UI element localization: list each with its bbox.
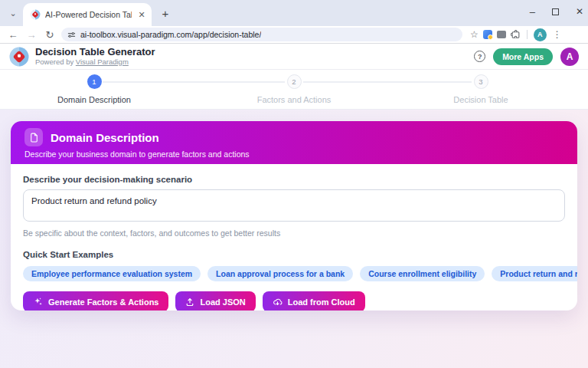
step-factors-and-actions[interactable]: 2 Factors and Actions [233, 74, 355, 104]
scenario-input[interactable]: Product return and refund policy [23, 189, 565, 222]
stepper: 1 Domain Description 2 Factors and Actio… [0, 70, 588, 110]
step-number: 3 [474, 74, 488, 89]
step-domain-description[interactable]: 1 Domain Description [33, 74, 155, 104]
bookmark-star-icon[interactable]: ☆ [470, 29, 479, 40]
example-pills: Employee performance evaluation system L… [23, 266, 565, 281]
card-subtitle: Describe your business domain to generat… [24, 150, 564, 159]
upload-icon [185, 297, 194, 307]
browser-profile-avatar[interactable]: A [534, 28, 547, 41]
cloud-download-icon [273, 297, 283, 307]
address-bar[interactable]: ai-toolbox.visual-paradigm.com/app/decis… [61, 28, 462, 41]
browser-tab[interactable]: AI-Powered Decision Table Buil ✕ [23, 3, 152, 26]
scenario-label: Describe your decision-making scenario [23, 175, 565, 184]
load-json-label: Load JSON [200, 297, 245, 307]
step-label: Decision Table [453, 95, 508, 104]
back-icon[interactable]: ← [6, 29, 20, 41]
step-number: 1 [87, 74, 102, 89]
generate-factors-actions-button[interactable]: Generate Factors & Actions [23, 291, 168, 310]
toolbar-divider [527, 30, 528, 39]
tab-strip: ⌄ AI-Powered Decision Table Buil ✕ + – ✕ [0, 0, 588, 26]
sparkles-icon [33, 297, 43, 307]
load-json-button[interactable]: Load JSON [175, 291, 255, 310]
quick-start-label: Quick Start Examples [23, 250, 565, 259]
help-icon[interactable]: ? [474, 51, 485, 62]
new-tab-button[interactable]: + [156, 5, 175, 23]
document-icon [24, 128, 43, 146]
forward-icon[interactable]: → [24, 29, 38, 41]
window-minimize-icon[interactable]: – [530, 6, 535, 18]
window-maximize-icon[interactable] [552, 8, 559, 15]
browser-toolbar: ← → ↻ ai-toolbox.visual-paradigm.com/app… [0, 26, 588, 44]
visual-paradigm-logo-icon [9, 47, 29, 67]
extension-translate-icon[interactable] [483, 30, 492, 39]
main-content: Domain Description Describe your busines… [0, 110, 588, 368]
browser-menu-icon[interactable]: ⋮ [553, 29, 562, 40]
app-header: Decision Table Generator Powered by Visu… [0, 44, 588, 70]
tab-favicon-icon [30, 9, 41, 20]
card-title: Domain Description [51, 131, 159, 144]
example-pill[interactable]: Loan approval process for a bank [207, 266, 353, 281]
extension-bubble-icon[interactable] [497, 31, 506, 38]
more-apps-button[interactable]: More Apps [493, 48, 553, 65]
reload-icon[interactable]: ↻ [43, 29, 57, 41]
card-header: Domain Description Describe your busines… [11, 121, 577, 164]
powered-by: Powered by Visual Paradigm [35, 58, 155, 67]
powered-by-link[interactable]: Visual Paradigm [76, 58, 129, 66]
step-decision-table[interactable]: 3 Decision Table [420, 74, 542, 104]
step-number: 2 [287, 74, 302, 89]
card-body: Describe your decision-making scenario P… [11, 164, 577, 310]
step-label: Factors and Actions [257, 95, 332, 104]
site-settings-icon[interactable] [67, 31, 76, 39]
load-cloud-label: Load from Cloud [288, 297, 355, 307]
example-pill[interactable]: Employee performance evaluation system [23, 266, 201, 281]
generate-label: Generate Factors & Actions [48, 297, 158, 307]
extensions-puzzle-icon[interactable] [511, 30, 521, 40]
url-text: ai-toolbox.visual-paradigm.com/app/decis… [80, 30, 261, 39]
action-buttons: Generate Factors & Actions Load JSON Loa… [23, 291, 565, 310]
load-from-cloud-button[interactable]: Load from Cloud [263, 291, 365, 310]
tab-title: AI-Powered Decision Table Buil [45, 10, 132, 19]
user-avatar[interactable]: A [560, 48, 579, 66]
step-label: Domain Description [57, 95, 131, 104]
window-close-icon[interactable]: ✕ [576, 6, 583, 17]
browser-window: ⌄ AI-Powered Decision Table Buil ✕ + – ✕… [0, 0, 588, 368]
tab-search-chevron-icon[interactable]: ⌄ [5, 5, 21, 21]
app-title: Decision Table Generator [35, 47, 155, 58]
powered-by-prefix: Powered by [35, 58, 76, 66]
scenario-helper-text: Be specific about the context, factors, … [23, 228, 565, 238]
example-pill[interactable]: Course enrollment eligibility [360, 266, 485, 281]
example-pill[interactable]: Product return and refund policy [492, 266, 577, 281]
tab-close-icon[interactable]: ✕ [136, 9, 147, 20]
domain-description-card: Domain Description Describe your busines… [11, 121, 577, 310]
